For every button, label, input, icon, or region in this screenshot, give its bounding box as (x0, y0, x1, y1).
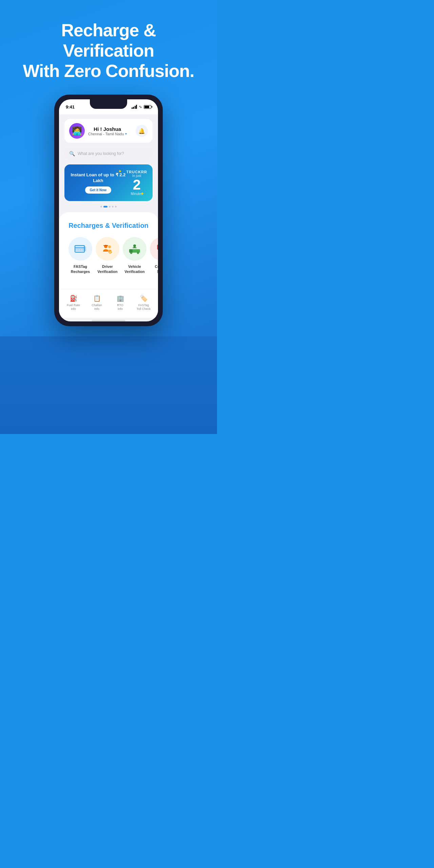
rto-label: RTOInfo (117, 303, 123, 311)
wifi-icon: ∿ (139, 104, 142, 109)
phone-frame: 9:41 ∿ (54, 95, 163, 326)
search-icon: 🔍 (69, 151, 75, 156)
rto-icon: 🏢 (117, 295, 124, 302)
service-item-coming-soon: COMING SOON ComingSoon (150, 237, 158, 274)
bottom-item-rto[interactable]: 🏢 RTOInfo (109, 295, 131, 311)
banner-left: Instant Loan of up to ₹ 2.2 Lakh Get it … (70, 172, 126, 194)
service-item-vehicle[interactable]: VehicleVerification (123, 237, 146, 274)
hero-title-line2: With Zero Confusion. (23, 61, 194, 81)
main-wrapper: Recharge & Verification With Zero Confus… (0, 0, 217, 434)
service-grid: FASTagRecharges (68, 237, 149, 274)
bottom-bar: ⛽ Fuel RateInfo 📋 ChallanInfo 🏢 RTOInfo (59, 289, 158, 318)
search-bar[interactable]: 🔍 What are you looking for? (64, 147, 153, 160)
phone-screen: 9:41 ∿ (59, 99, 158, 321)
driver-label: DriverVerification (97, 264, 117, 274)
banner-card[interactable]: Instant Loan of up to ₹ 2.2 Lakh Get it … (64, 164, 153, 201)
dot-3 (109, 206, 111, 208)
dot-4 (112, 206, 114, 208)
coming-soon-icon: COMING SOON (155, 243, 158, 254)
banner-dots (64, 206, 153, 208)
fastag-icon (74, 244, 86, 254)
avatar: 🧑‍💻 (69, 123, 85, 139)
fuel-label: Fuel RateInfo (67, 303, 80, 311)
user-info: 🧑‍💻 Hi ! Joshua Chennai - Tamil Nadu ▾ (69, 123, 127, 139)
vehicle-icon-wrap (123, 237, 146, 261)
vehicle-label: VehicleVerification (124, 264, 144, 274)
service-item-fastag[interactable]: FASTagRecharges (68, 237, 92, 274)
user-location: Chennai - Tamil Nadu ▾ (88, 132, 127, 136)
svg-point-16 (138, 253, 139, 254)
banner-number: 2 (126, 178, 147, 192)
coming-soon-label: ComingSoon (155, 264, 158, 274)
vehicle-icon (128, 243, 141, 254)
phone-home-indicator (92, 320, 125, 321)
location-chevron-icon[interactable]: ▾ (125, 132, 127, 136)
driver-icon-wrap (96, 237, 119, 261)
svg-rect-4 (84, 246, 86, 251)
phone-container: 9:41 ∿ (14, 95, 203, 326)
banner-brand: TRUCKRR (126, 170, 147, 174)
driver-icon (101, 243, 114, 254)
fastag-icon-wrap (68, 237, 92, 261)
fastag-toll-icon: 🏷️ (140, 295, 147, 302)
svg-rect-0 (75, 245, 84, 252)
fastag-label: FASTagRecharges (71, 264, 90, 274)
app-content: 🧑‍💻 Hi ! Joshua Chennai - Tamil Nadu ▾ (59, 114, 158, 219)
signal-icon (132, 105, 137, 109)
star-icon-2: ✦ (140, 191, 144, 196)
notification-button[interactable]: 🔔 (136, 125, 148, 137)
banner-cta-button[interactable]: Get it Now (85, 186, 111, 194)
fuel-icon: ⛽ (70, 295, 77, 302)
services-section-title: Recharges & Verification (68, 222, 149, 230)
bottom-item-fuel[interactable]: ⛽ Fuel RateInfo (62, 295, 84, 311)
svg-point-8 (108, 245, 111, 248)
challan-label: ChallanInfo (92, 303, 102, 311)
svg-point-14 (131, 253, 132, 254)
hero-title: Recharge & Verification With Zero Confus… (14, 20, 203, 81)
dot-5 (115, 206, 117, 208)
fastag-toll-label: FASTagToll Check (137, 303, 151, 311)
status-bar: 9:41 ∿ (59, 99, 158, 114)
svg-point-9 (108, 250, 112, 254)
dot-1 (100, 206, 102, 208)
search-placeholder: What are you looking for? (78, 151, 124, 156)
services-card: Recharges & Verification (59, 212, 158, 289)
status-time: 9:41 (66, 104, 75, 110)
hero-section: Recharge & Verification With Zero Confus… (0, 0, 217, 336)
challan-icon: 📋 (93, 295, 101, 302)
svg-point-10 (133, 244, 136, 247)
user-greeting: Hi ! Joshua (88, 126, 127, 132)
bottom-item-fastag-toll[interactable]: 🏷️ FASTagToll Check (133, 295, 155, 311)
star-icon-1: ✦ (118, 169, 122, 174)
bottom-item-challan[interactable]: 📋 ChallanInfo (86, 295, 108, 311)
hero-title-line1: Recharge & Verification (61, 20, 156, 60)
svg-rect-7 (103, 245, 108, 246)
coming-soon-icon-wrap: COMING SOON (150, 237, 158, 261)
notch (90, 99, 127, 109)
battery-icon (144, 105, 151, 109)
service-item-driver[interactable]: DriverVerification (96, 237, 119, 274)
user-header: 🧑‍💻 Hi ! Joshua Chennai - Tamil Nadu ▾ (64, 119, 153, 143)
user-text: Hi ! Joshua Chennai - Tamil Nadu ▾ (88, 126, 127, 136)
status-icons: ∿ (132, 104, 152, 109)
dot-2 (103, 206, 107, 208)
